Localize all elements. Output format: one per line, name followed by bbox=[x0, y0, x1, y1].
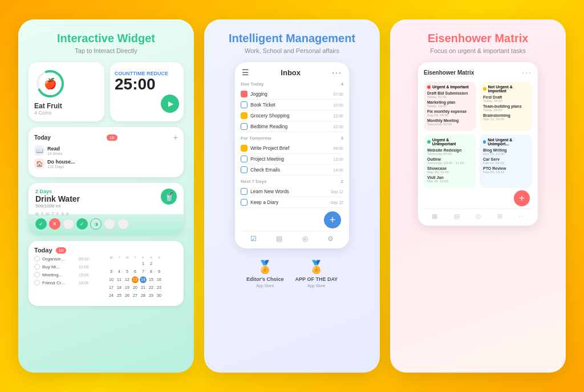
phone-mockup: ☰ Inbox ··· Due Today 4 Jogging 07:00 Bo… bbox=[235, 62, 349, 248]
mini-calendar: M T W T F S S bbox=[108, 256, 178, 300]
tab-list-icon[interactable]: ▤ bbox=[276, 235, 282, 243]
q1-label: Urgent & Important bbox=[427, 85, 473, 89]
q3-item-2: Outline Tomorrow, 03:00 - 11:00 bbox=[427, 157, 473, 165]
next-days-header: Next 7 Days 2 bbox=[241, 179, 343, 184]
task-check-grocery[interactable] bbox=[241, 112, 248, 119]
q3-item-1: Website Redesign Tomorrow 04:30 bbox=[427, 148, 473, 156]
matrix-quadrant-grid: Urgent & Important Draft Bid Submission … bbox=[424, 81, 532, 188]
menu-icon[interactable]: ☰ bbox=[242, 68, 249, 77]
task-check-proj-meeting[interactable] bbox=[241, 156, 248, 162]
task-learn-words[interactable]: Learn New Words Sep 12 bbox=[241, 186, 343, 197]
quadrant-urgent-unimportant[interactable]: Urgent & Unimportant Website Redesign To… bbox=[424, 134, 476, 188]
matrix-tab-grid-icon[interactable]: ▦ bbox=[432, 213, 437, 220]
fab-container: + bbox=[241, 208, 343, 231]
habit-item-house[interactable]: 🏠 Do house... 131 Days bbox=[34, 158, 178, 169]
tab-checklist-icon[interactable]: ☑ bbox=[250, 235, 257, 243]
widget-row-4: Today 10 Organize... 09:00 bbox=[29, 241, 184, 306]
task-grocery[interactable]: Grocery Shopping 12:00 bbox=[241, 111, 343, 121]
more-options-icon[interactable]: ··· bbox=[332, 68, 342, 77]
award-label-2: APP OF THE DAY bbox=[295, 276, 338, 282]
water-title: Drink Water bbox=[35, 194, 177, 203]
matrix-tab-list-icon[interactable]: ▤ bbox=[454, 213, 460, 220]
task-check-jogging[interactable] bbox=[241, 91, 248, 97]
add-habit-icon[interactable]: + bbox=[173, 133, 178, 142]
eat-fruit-sub: 4 Coins bbox=[34, 110, 52, 116]
q3-item-4: Visit Jan Mar 15, 13:00 bbox=[427, 175, 473, 183]
habits-header: Today 10 + bbox=[34, 133, 178, 142]
q3-item-3: Showcase May 10, 13:45 bbox=[427, 166, 473, 174]
matrix-bottom-tabs: ▦ ▤ ◎ ⊞ ··· bbox=[424, 209, 532, 220]
task-organize[interactable]: Organize... 09:00 bbox=[34, 256, 104, 262]
task-keep-diary[interactable]: Keep a Diary Sep 15 bbox=[241, 197, 343, 208]
quadrant-not-urgent-unimportant[interactable]: Not Urgent & Unimport... Blog Writing No… bbox=[480, 134, 532, 188]
today-card[interactable]: Today 10 Organize... 09:00 bbox=[29, 241, 184, 306]
matrix-more-icon[interactable]: ··· bbox=[522, 68, 532, 77]
quadrant-urgent-important[interactable]: Urgent & Important Draft Bid Submission … bbox=[424, 81, 476, 131]
awards-row: 🏅 Editor's Choice App Store 🏅 APP OF THE… bbox=[246, 260, 338, 288]
check-done-2[interactable]: ✓ bbox=[76, 218, 88, 230]
q2-item-3: Brainstorming Sep 13, 14:00 bbox=[483, 113, 529, 121]
check-partial-1[interactable]: ◑ bbox=[90, 218, 102, 230]
q4-item-1: Blog Writing Nov 05, 13:00 bbox=[483, 148, 529, 156]
task-check-brief[interactable] bbox=[241, 145, 248, 152]
widget-row-3: 🥤 2 Days Drink Water 500/1000 ml M T W T… bbox=[29, 183, 184, 235]
fruit-icon: 🍎 bbox=[44, 77, 56, 90]
water-card[interactable]: 🥤 2 Days Drink Water 500/1000 ml M T W T… bbox=[29, 183, 184, 235]
eat-fruit-card[interactable]: 🍎 Eat Fruit 4 Coins bbox=[29, 62, 104, 121]
task-time-emails: 14:00 bbox=[333, 168, 343, 172]
water-cup-icon: 🥤 bbox=[161, 189, 177, 205]
task-bedtime[interactable]: Bedtime Reading 22:00 bbox=[241, 121, 343, 132]
today-header: Today 10 bbox=[34, 247, 178, 254]
task-check-emails-box[interactable] bbox=[241, 166, 248, 173]
task-label-jogging: Jogging bbox=[250, 91, 330, 97]
task-write-brief[interactable]: Write Project Brief 09:00 bbox=[241, 143, 343, 154]
read-sub: 14 times bbox=[47, 152, 62, 156]
for-tomorrow-header: For Tomorrow 3 bbox=[241, 136, 343, 141]
timer-card[interactable]: COUNTTIME REDUCE 25:00 bbox=[110, 62, 184, 121]
today-grid: Organize... 09:00 Buy Mi... 11:00 Meetin… bbox=[34, 256, 178, 300]
play-button[interactable] bbox=[161, 95, 179, 113]
task-check-emails[interactable]: Check Emails 14:00 bbox=[241, 165, 343, 175]
matrix-tab-location-icon[interactable]: ◎ bbox=[476, 213, 481, 220]
add-task-fab[interactable]: + bbox=[324, 211, 341, 228]
cal-row-4: 17 18 19 20 21 22 23 bbox=[108, 284, 178, 291]
task-time-grocery: 12:00 bbox=[333, 114, 343, 118]
main-container: Interactive Widget Tap to Interact Direc… bbox=[7, 8, 577, 384]
matrix-tab-apps-icon[interactable]: ⊞ bbox=[497, 213, 502, 220]
task-check-words[interactable] bbox=[241, 188, 248, 195]
task-book-ticket[interactable]: Book Ticket 10:00 bbox=[241, 100, 343, 111]
q2-dot bbox=[483, 87, 486, 91]
app-of-day-award: 🏅 APP OF THE DAY App Store bbox=[295, 260, 338, 288]
matrix-tab-more-icon[interactable]: ··· bbox=[519, 213, 524, 220]
panel-2-subtitle: Work, School and Personal affairs bbox=[245, 47, 339, 54]
matrix-fab-container: + bbox=[424, 188, 532, 209]
q1-item-1: Draft Bid Submission Today, 01:00 bbox=[427, 91, 473, 99]
task-jogging[interactable]: Jogging 07:00 bbox=[241, 89, 343, 100]
task-check-book[interactable] bbox=[241, 101, 248, 108]
task-buy[interactable]: Buy Mi... 11:00 bbox=[34, 264, 104, 270]
task-friend[interactable]: Friend Cr... 18:00 bbox=[34, 280, 104, 285]
task-name-meeting: Meeting... bbox=[42, 272, 76, 277]
timer-value: 25:00 bbox=[115, 76, 156, 92]
tab-location-icon[interactable]: ◎ bbox=[302, 235, 308, 243]
tab-settings-icon[interactable]: ⚙ bbox=[327, 235, 334, 243]
q1-item-3: Fix monthly expense Aug 28, 08:00 bbox=[427, 109, 473, 117]
check-fail-1[interactable]: ✕ bbox=[49, 218, 60, 230]
task-project-meeting[interactable]: Project Meeting 13:00 bbox=[241, 154, 343, 165]
task-check-diary[interactable] bbox=[241, 199, 248, 206]
today-title: Today bbox=[34, 247, 52, 254]
editors-choice-award: 🏅 Editor's Choice App Store bbox=[246, 260, 284, 288]
task-check-bedtime[interactable] bbox=[241, 123, 248, 130]
q1-item-2: Marketing plan Today, 13:00 bbox=[427, 100, 473, 108]
task-time-organize: 09:00 bbox=[79, 257, 89, 261]
task-meeting[interactable]: Meeting... 15:00 bbox=[34, 272, 104, 277]
task-name-organize: Organize... bbox=[42, 256, 76, 262]
habit-item-read[interactable]: 📖 Read 14 times bbox=[34, 145, 178, 156]
task-check-organize bbox=[34, 256, 40, 262]
today-tasks-list: Organize... 09:00 Buy Mi... 11:00 Meetin… bbox=[34, 256, 104, 300]
habits-card[interactable]: Today 10 + 📖 Read 14 times 🏠 bbox=[29, 127, 184, 177]
check-done-1[interactable]: ✓ bbox=[35, 218, 47, 230]
phone-app-header: ☰ Inbox ··· bbox=[241, 68, 343, 77]
matrix-add-fab[interactable]: + bbox=[514, 190, 530, 206]
quadrant-not-urgent-important[interactable]: Not Urgent & Important First Draft Today… bbox=[480, 81, 532, 131]
